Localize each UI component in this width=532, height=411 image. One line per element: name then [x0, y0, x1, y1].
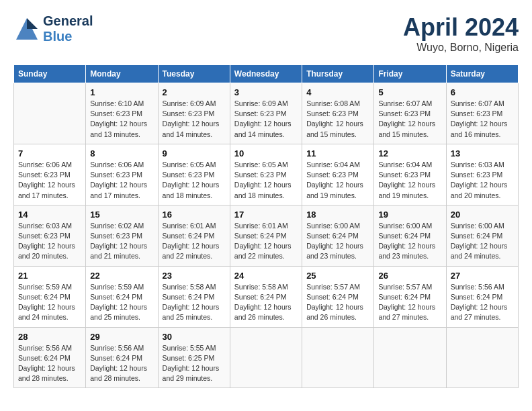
- day-info: Sunrise: 6:07 AMSunset: 6:23 PMDaylight:…: [378, 99, 441, 140]
- day-number: 30: [163, 332, 226, 342]
- month-title: April 2024: [403, 13, 519, 42]
- calendar-cell: 29Sunrise: 5:56 AMSunset: 6:24 PMDayligh…: [86, 327, 158, 388]
- calendar-cell: 23Sunrise: 5:58 AMSunset: 6:24 PMDayligh…: [158, 266, 230, 327]
- day-number: 23: [163, 271, 226, 281]
- day-number: 22: [90, 271, 153, 281]
- day-info: Sunrise: 6:01 AMSunset: 6:24 PMDaylight:…: [163, 221, 226, 262]
- day-info: Sunrise: 6:09 AMSunset: 6:23 PMDaylight:…: [163, 99, 226, 140]
- day-info: Sunrise: 6:00 AMSunset: 6:24 PMDaylight:…: [378, 221, 441, 262]
- day-number: 6: [451, 87, 514, 97]
- day-info: Sunrise: 5:58 AMSunset: 6:24 PMDaylight:…: [234, 282, 298, 323]
- day-info: Sunrise: 6:03 AMSunset: 6:23 PMDaylight:…: [451, 160, 514, 201]
- calendar-cell: 7Sunrise: 6:06 AMSunset: 6:23 PMDaylight…: [14, 144, 86, 205]
- day-number: 2: [163, 87, 226, 97]
- day-number: 8: [90, 148, 153, 158]
- location: Wuyo, Borno, Nigeria: [403, 42, 519, 54]
- day-info: Sunrise: 6:01 AMSunset: 6:24 PMDaylight:…: [234, 221, 298, 262]
- title-block: April 2024 Wuyo, Borno, Nigeria: [403, 13, 519, 54]
- calendar-cell: 10Sunrise: 6:05 AMSunset: 6:23 PMDayligh…: [230, 144, 302, 205]
- calendar-cell: 25Sunrise: 5:57 AMSunset: 6:24 PMDayligh…: [302, 266, 374, 327]
- days-header-row: SundayMondayTuesdayWednesdayThursdayFrid…: [14, 65, 519, 83]
- day-info: Sunrise: 6:04 AMSunset: 6:23 PMDaylight:…: [378, 160, 441, 201]
- day-number: 18: [306, 210, 369, 220]
- calendar-cell: [302, 327, 374, 388]
- day-number: 25: [306, 271, 369, 281]
- day-number: 10: [234, 148, 298, 158]
- week-row-5: 28Sunrise: 5:56 AMSunset: 6:24 PMDayligh…: [14, 327, 519, 388]
- calendar-cell: 28Sunrise: 5:56 AMSunset: 6:24 PMDayligh…: [14, 327, 86, 388]
- day-number: 1: [90, 87, 153, 97]
- calendar-cell: 4Sunrise: 6:08 AMSunset: 6:23 PMDaylight…: [302, 83, 374, 144]
- calendar-table: SundayMondayTuesdayWednesdayThursdayFrid…: [13, 64, 519, 388]
- calendar-cell: 21Sunrise: 5:59 AMSunset: 6:24 PMDayligh…: [14, 266, 86, 327]
- logo-blue: Blue: [43, 29, 72, 44]
- day-number: 5: [378, 87, 441, 97]
- day-number: 14: [18, 210, 81, 220]
- day-info: Sunrise: 6:09 AMSunset: 6:23 PMDaylight:…: [234, 99, 298, 140]
- day-number: 12: [378, 148, 441, 158]
- day-number: 16: [163, 210, 226, 220]
- day-info: Sunrise: 6:07 AMSunset: 6:23 PMDaylight:…: [451, 99, 514, 140]
- day-info: Sunrise: 6:10 AMSunset: 6:23 PMDaylight:…: [90, 99, 153, 140]
- day-number: 21: [18, 271, 81, 281]
- calendar-cell: 13Sunrise: 6:03 AMSunset: 6:23 PMDayligh…: [446, 144, 518, 205]
- calendar-cell: 17Sunrise: 6:01 AMSunset: 6:24 PMDayligh…: [230, 205, 302, 266]
- day-number: 7: [18, 148, 81, 158]
- calendar-cell: 16Sunrise: 6:01 AMSunset: 6:24 PMDayligh…: [158, 205, 230, 266]
- day-info: Sunrise: 5:57 AMSunset: 6:24 PMDaylight:…: [378, 282, 441, 323]
- day-info: Sunrise: 6:03 AMSunset: 6:23 PMDaylight:…: [18, 221, 81, 262]
- calendar-cell: 11Sunrise: 6:04 AMSunset: 6:23 PMDayligh…: [302, 144, 374, 205]
- day-number: 19: [378, 210, 441, 220]
- day-number: 15: [90, 210, 153, 220]
- calendar-cell: 9Sunrise: 6:05 AMSunset: 6:23 PMDaylight…: [158, 144, 230, 205]
- calendar-cell: [446, 327, 518, 388]
- calendar-cell: 24Sunrise: 5:58 AMSunset: 6:24 PMDayligh…: [230, 266, 302, 327]
- day-info: Sunrise: 5:59 AMSunset: 6:24 PMDaylight:…: [18, 282, 81, 323]
- day-number: 13: [451, 148, 514, 158]
- calendar-cell: 14Sunrise: 6:03 AMSunset: 6:23 PMDayligh…: [14, 205, 86, 266]
- day-number: 28: [18, 332, 81, 342]
- day-info: Sunrise: 5:57 AMSunset: 6:24 PMDaylight:…: [306, 282, 369, 323]
- day-info: Sunrise: 6:05 AMSunset: 6:23 PMDaylight:…: [163, 160, 226, 201]
- day-number: 9: [163, 148, 226, 158]
- week-row-2: 7Sunrise: 6:06 AMSunset: 6:23 PMDaylight…: [14, 144, 519, 205]
- day-info: Sunrise: 5:58 AMSunset: 6:24 PMDaylight:…: [163, 282, 226, 323]
- calendar-cell: 30Sunrise: 5:55 AMSunset: 6:25 PMDayligh…: [158, 327, 230, 388]
- logo-general: General: [43, 13, 93, 28]
- day-number: 24: [234, 271, 298, 281]
- calendar-cell: 12Sunrise: 6:04 AMSunset: 6:23 PMDayligh…: [374, 144, 446, 205]
- calendar-cell: 15Sunrise: 6:02 AMSunset: 6:23 PMDayligh…: [86, 205, 158, 266]
- calendar-cell: [230, 327, 302, 388]
- week-row-4: 21Sunrise: 5:59 AMSunset: 6:24 PMDayligh…: [14, 266, 519, 327]
- calendar-cell: 8Sunrise: 6:06 AMSunset: 6:23 PMDaylight…: [86, 144, 158, 205]
- calendar-cell: 22Sunrise: 5:59 AMSunset: 6:24 PMDayligh…: [86, 266, 158, 327]
- day-header-wednesday: Wednesday: [230, 65, 302, 83]
- day-number: 11: [306, 148, 369, 158]
- calendar-cell: 19Sunrise: 6:00 AMSunset: 6:24 PMDayligh…: [374, 205, 446, 266]
- logo-text: General Blue: [43, 13, 93, 44]
- day-header-thursday: Thursday: [302, 65, 374, 83]
- day-info: Sunrise: 5:59 AMSunset: 6:24 PMDaylight:…: [90, 282, 153, 323]
- day-header-monday: Monday: [86, 65, 158, 83]
- day-info: Sunrise: 6:00 AMSunset: 6:24 PMDaylight:…: [306, 221, 369, 262]
- day-info: Sunrise: 6:02 AMSunset: 6:23 PMDaylight:…: [90, 221, 153, 262]
- day-number: 3: [234, 87, 298, 97]
- day-info: Sunrise: 6:06 AMSunset: 6:23 PMDaylight:…: [90, 160, 153, 201]
- day-header-friday: Friday: [374, 65, 446, 83]
- logo-icon: [13, 15, 40, 42]
- calendar-cell: 27Sunrise: 5:56 AMSunset: 6:24 PMDayligh…: [446, 266, 518, 327]
- day-info: Sunrise: 6:05 AMSunset: 6:23 PMDaylight:…: [234, 160, 298, 201]
- calendar-cell: 5Sunrise: 6:07 AMSunset: 6:23 PMDaylight…: [374, 83, 446, 144]
- day-header-saturday: Saturday: [446, 65, 518, 83]
- day-number: 29: [90, 332, 153, 342]
- calendar-cell: 1Sunrise: 6:10 AMSunset: 6:23 PMDaylight…: [86, 83, 158, 144]
- day-info: Sunrise: 5:55 AMSunset: 6:25 PMDaylight:…: [163, 343, 226, 384]
- day-number: 26: [378, 271, 441, 281]
- calendar-cell: [374, 327, 446, 388]
- calendar-cell: 20Sunrise: 6:00 AMSunset: 6:24 PMDayligh…: [446, 205, 518, 266]
- day-info: Sunrise: 5:56 AMSunset: 6:24 PMDaylight:…: [18, 343, 81, 384]
- day-info: Sunrise: 6:04 AMSunset: 6:23 PMDaylight:…: [306, 160, 369, 201]
- calendar-cell: 26Sunrise: 5:57 AMSunset: 6:24 PMDayligh…: [374, 266, 446, 327]
- logo: General Blue: [13, 13, 93, 44]
- week-row-1: 1Sunrise: 6:10 AMSunset: 6:23 PMDaylight…: [14, 83, 519, 144]
